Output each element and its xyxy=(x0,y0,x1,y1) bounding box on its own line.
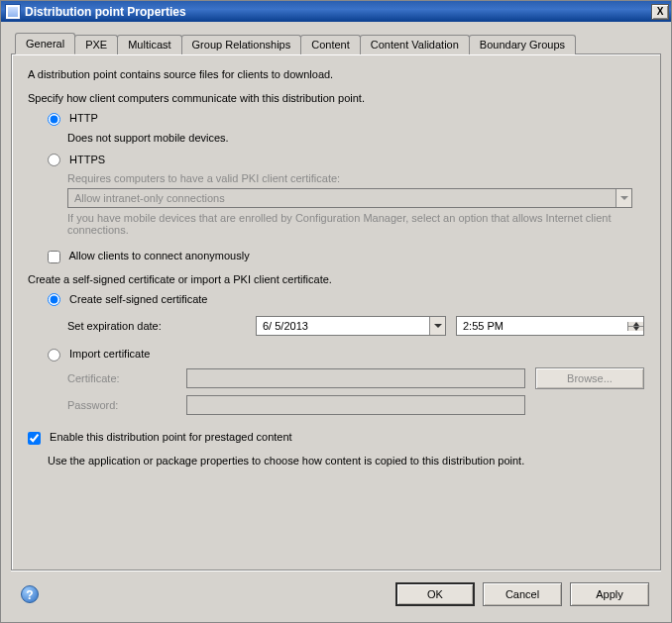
chevron-down-icon xyxy=(616,189,631,207)
radio-import-cert-input[interactable] xyxy=(48,349,60,362)
certificate-field xyxy=(186,368,525,388)
radio-https[interactable]: HTTPS xyxy=(48,154,105,165)
https-requires: Requires computers to have a valid PKI c… xyxy=(67,172,644,184)
combo-value: Allow intranet-only connections xyxy=(68,192,616,204)
expiration-label: Set expiration date: xyxy=(67,320,246,332)
tab-boundary-groups[interactable]: Boundary Groups xyxy=(469,35,576,54)
tab-label: Content Validation xyxy=(371,39,459,51)
help-icon[interactable]: ? xyxy=(21,585,39,603)
radio-create-cert[interactable]: Create self-signed certificate xyxy=(48,293,207,305)
svg-marker-0 xyxy=(620,196,628,200)
tab-label: Group Relationships xyxy=(192,39,291,51)
http-note: Does not support mobile devices. xyxy=(67,132,644,144)
tab-label: PXE xyxy=(85,39,107,51)
checkbox-anonymous[interactable]: Allow clients to connect anonymously xyxy=(48,250,250,261)
tab-label: General xyxy=(26,38,64,50)
browse-label: Browse... xyxy=(567,372,613,384)
tabstrip: General PXE Multicast Group Relationship… xyxy=(11,32,661,53)
radio-http[interactable]: HTTP xyxy=(48,112,98,124)
radio-https-label: HTTPS xyxy=(69,154,105,165)
password-field xyxy=(186,395,525,415)
https-note: If you have mobile devices that are enro… xyxy=(67,212,632,236)
radio-import-cert-label: Import certificate xyxy=(69,348,150,360)
chevron-down-icon[interactable] xyxy=(429,317,445,335)
tab-general[interactable]: General xyxy=(15,33,75,54)
tab-content[interactable]: Content xyxy=(300,35,361,54)
expiration-time-value: 2:55 PM xyxy=(457,320,627,332)
checkbox-anonymous-label: Allow clients to connect anonymously xyxy=(68,250,249,261)
radio-create-cert-label: Create self-signed certificate xyxy=(69,293,207,305)
https-connection-combo: Allow intranet-only connections xyxy=(67,188,632,208)
tab-multicast[interactable]: Multicast xyxy=(117,35,181,54)
intro-text: A distribution point contains source fil… xyxy=(28,68,644,80)
checkbox-anonymous-input[interactable] xyxy=(48,251,60,263)
apply-label: Apply xyxy=(596,588,623,600)
browse-button: Browse... xyxy=(535,367,644,389)
time-spinner[interactable] xyxy=(627,322,643,331)
client-area: General PXE Multicast Group Relationship… xyxy=(1,22,671,622)
specify-text: Specify how client computers communicate… xyxy=(28,92,644,104)
prestaged-note: Use the application or package propertie… xyxy=(48,455,644,467)
tab-page-general: A distribution point contains source fil… xyxy=(11,53,661,571)
svg-marker-3 xyxy=(633,327,639,331)
radio-https-input[interactable] xyxy=(48,154,60,166)
expiration-date-value: 6/ 5/2013 xyxy=(257,320,429,332)
help-glyph: ? xyxy=(26,588,33,602)
tab-pxe[interactable]: PXE xyxy=(74,35,118,54)
cert-section-text: Create a self-signed certificate or impo… xyxy=(28,273,644,285)
dialog-footer: ? OK Cancel Apply xyxy=(11,571,661,616)
checkbox-prestaged-label: Enable this distribution point for prest… xyxy=(50,431,292,443)
svg-marker-1 xyxy=(434,324,442,328)
password-label: Password: xyxy=(67,399,176,411)
titlebar: Distribution point Properties X xyxy=(1,1,671,22)
tab-content-validation[interactable]: Content Validation xyxy=(360,35,470,54)
apply-button[interactable]: Apply xyxy=(570,582,649,606)
checkbox-prestaged-input[interactable] xyxy=(28,432,41,445)
system-icon xyxy=(5,4,21,20)
radio-http-label: HTTP xyxy=(69,112,98,124)
checkbox-prestaged[interactable]: Enable this distribution point for prest… xyxy=(28,431,292,443)
cancel-label: Cancel xyxy=(505,588,539,600)
ok-button[interactable]: OK xyxy=(395,582,475,606)
expiration-time-picker[interactable]: 2:55 PM xyxy=(456,316,644,336)
cancel-button[interactable]: Cancel xyxy=(483,582,562,606)
close-button[interactable]: X xyxy=(651,4,669,20)
radio-create-cert-input[interactable] xyxy=(48,293,60,306)
tab-label: Content xyxy=(311,39,350,51)
certificate-label: Certificate: xyxy=(67,372,176,384)
window-title: Distribution point Properties xyxy=(25,5,651,19)
expiration-date-picker[interactable]: 6/ 5/2013 xyxy=(256,316,446,336)
ok-label: OK xyxy=(427,588,443,600)
spin-down-icon[interactable] xyxy=(628,327,643,331)
close-icon: X xyxy=(657,6,664,17)
radio-http-input[interactable] xyxy=(48,113,60,126)
svg-marker-2 xyxy=(633,322,639,326)
dialog-window: Distribution point Properties X General … xyxy=(0,0,672,623)
tab-label: Boundary Groups xyxy=(480,39,565,51)
tab-label: Multicast xyxy=(128,39,170,51)
radio-import-cert[interactable]: Import certificate xyxy=(48,348,150,360)
tab-group-relationships[interactable]: Group Relationships xyxy=(181,35,302,54)
